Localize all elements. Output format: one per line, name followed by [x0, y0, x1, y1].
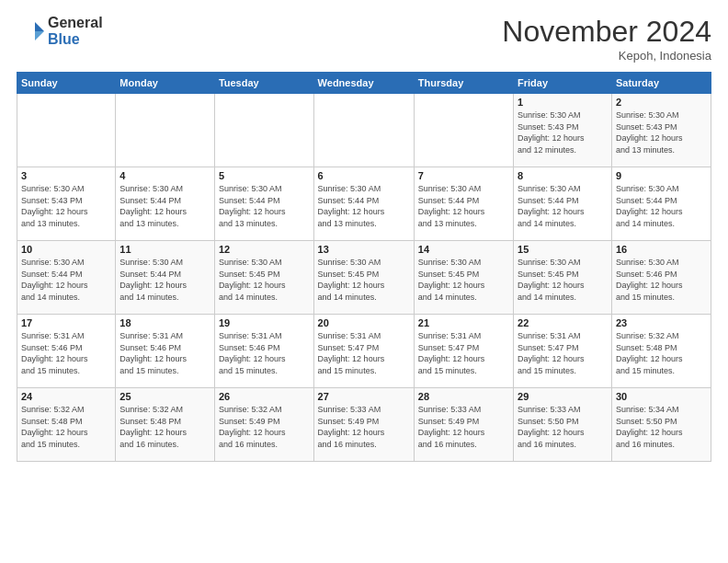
logo-general: General: [48, 15, 103, 31]
col-sunday: Sunday: [17, 73, 116, 94]
day-info-line: and 16 minutes.: [418, 439, 509, 451]
day-info-line: and 15 minutes.: [119, 365, 210, 377]
day-info-line: Sunrise: 5:33 AM: [518, 404, 608, 416]
cell-3-0: 17Sunrise: 5:31 AMSunset: 5:46 PMDayligh…: [17, 315, 116, 388]
day-number: 28: [418, 391, 509, 402]
day-info-line: and 16 minutes.: [219, 439, 310, 451]
day-info-line: Daylight: 12 hours: [21, 280, 111, 292]
day-info-line: Sunset: 5:44 PM: [616, 195, 707, 207]
day-info-line: Sunrise: 5:30 AM: [318, 257, 410, 269]
day-info-line: Sunset: 5:44 PM: [119, 195, 210, 207]
day-number: 7: [418, 170, 509, 181]
day-info-line: Daylight: 12 hours: [518, 206, 608, 218]
svg-marker-0: [35, 22, 44, 31]
day-info-line: Sunset: 5:45 PM: [219, 269, 310, 281]
day-number: 14: [418, 244, 509, 255]
calendar-header-row: Sunday Monday Tuesday Wednesday Thursday…: [17, 73, 711, 94]
day-info-line: and 14 minutes.: [21, 292, 111, 304]
day-info-line: Sunset: 5:43 PM: [616, 121, 707, 133]
cell-0-5: 1Sunrise: 5:30 AMSunset: 5:43 PMDaylight…: [514, 94, 612, 167]
cell-1-4: 7Sunrise: 5:30 AMSunset: 5:44 PMDaylight…: [414, 167, 513, 241]
day-info-line: Daylight: 12 hours: [21, 206, 111, 218]
day-info-line: and 14 minutes.: [616, 218, 707, 230]
col-saturday: Saturday: [611, 73, 711, 94]
day-info-line: Sunset: 5:49 PM: [418, 416, 509, 428]
day-info-line: Sunset: 5:50 PM: [616, 416, 707, 428]
day-info-line: Sunset: 5:46 PM: [21, 342, 111, 354]
day-info-line: Sunset: 5:46 PM: [219, 342, 310, 354]
logo: General Blue: [17, 15, 103, 47]
day-info-line: Daylight: 12 hours: [518, 353, 608, 365]
day-number: 18: [119, 317, 210, 328]
cell-4-2: 26Sunrise: 5:32 AMSunset: 5:49 PMDayligh…: [214, 388, 313, 462]
cell-1-0: 3Sunrise: 5:30 AMSunset: 5:43 PMDaylight…: [17, 167, 116, 241]
day-number: 16: [616, 244, 707, 255]
day-info-line: Daylight: 12 hours: [219, 427, 310, 439]
col-tuesday: Tuesday: [214, 73, 313, 94]
col-thursday: Thursday: [414, 73, 513, 94]
cell-0-4: [414, 94, 513, 167]
day-number: 6: [318, 170, 410, 181]
cell-4-4: 28Sunrise: 5:33 AMSunset: 5:49 PMDayligh…: [414, 388, 513, 462]
day-info-line: and 14 minutes.: [318, 292, 410, 304]
day-info-line: and 12 minutes.: [518, 144, 608, 156]
page: General Blue November 2024 Kepoh, Indone…: [0, 0, 728, 563]
day-info-line: Sunrise: 5:32 AM: [219, 404, 310, 416]
day-info-line: Sunset: 5:45 PM: [318, 269, 410, 281]
day-info-line: and 16 minutes.: [318, 439, 410, 451]
day-info-line: Sunrise: 5:30 AM: [219, 183, 310, 195]
day-info-line: Sunrise: 5:30 AM: [616, 109, 707, 121]
day-info-line: Daylight: 12 hours: [418, 427, 509, 439]
day-info-line: Sunrise: 5:30 AM: [616, 183, 707, 195]
day-info-line: Daylight: 12 hours: [616, 132, 707, 144]
cell-1-1: 4Sunrise: 5:30 AMSunset: 5:44 PMDaylight…: [116, 167, 215, 241]
cell-4-5: 29Sunrise: 5:33 AMSunset: 5:50 PMDayligh…: [514, 388, 612, 462]
day-info-line: Sunset: 5:49 PM: [219, 416, 310, 428]
day-number: 29: [518, 391, 608, 402]
day-number: 10: [21, 244, 111, 255]
day-number: 3: [21, 170, 111, 181]
day-number: 22: [518, 317, 608, 328]
day-number: 19: [219, 317, 310, 328]
day-number: 26: [219, 391, 310, 402]
day-info-line: and 16 minutes.: [518, 439, 608, 451]
day-info-line: Sunset: 5:48 PM: [616, 342, 707, 354]
day-info-line: and 13 minutes.: [318, 218, 410, 230]
cell-2-0: 10Sunrise: 5:30 AMSunset: 5:44 PMDayligh…: [17, 241, 116, 315]
day-info-line: Sunrise: 5:34 AM: [616, 404, 707, 416]
day-info-line: Sunrise: 5:31 AM: [518, 330, 608, 342]
week-row-2: 3Sunrise: 5:30 AMSunset: 5:43 PMDaylight…: [17, 167, 711, 241]
cell-2-2: 12Sunrise: 5:30 AMSunset: 5:45 PMDayligh…: [214, 241, 313, 315]
day-info-line: and 15 minutes.: [518, 365, 608, 377]
logo-text: General Blue: [48, 15, 103, 47]
day-info-line: and 15 minutes.: [616, 365, 707, 377]
week-row-4: 17Sunrise: 5:31 AMSunset: 5:46 PMDayligh…: [17, 315, 711, 388]
day-info-line: and 13 minutes.: [21, 218, 111, 230]
day-info-line: Sunset: 5:47 PM: [418, 342, 509, 354]
day-number: 12: [219, 244, 310, 255]
day-info-line: Sunrise: 5:30 AM: [21, 183, 111, 195]
day-info-line: Sunset: 5:48 PM: [119, 416, 210, 428]
day-info-line: Sunset: 5:44 PM: [21, 269, 111, 281]
day-info-line: Sunset: 5:45 PM: [518, 269, 608, 281]
cell-3-3: 20Sunrise: 5:31 AMSunset: 5:47 PMDayligh…: [313, 315, 414, 388]
day-info-line: and 14 minutes.: [518, 292, 608, 304]
day-info-line: Sunset: 5:47 PM: [518, 342, 608, 354]
cell-4-0: 24Sunrise: 5:32 AMSunset: 5:48 PMDayligh…: [17, 388, 116, 462]
day-info-line: Daylight: 12 hours: [219, 280, 310, 292]
cell-0-6: 2Sunrise: 5:30 AMSunset: 5:43 PMDaylight…: [611, 94, 711, 167]
day-info-line: Daylight: 12 hours: [318, 353, 410, 365]
day-number: 13: [318, 244, 410, 255]
day-number: 15: [518, 244, 608, 255]
cell-1-3: 6Sunrise: 5:30 AMSunset: 5:44 PMDaylight…: [313, 167, 414, 241]
day-info-line: Daylight: 12 hours: [518, 132, 608, 144]
day-info-line: Sunrise: 5:30 AM: [518, 257, 608, 269]
day-number: 17: [21, 317, 111, 328]
day-info-line: Sunrise: 5:31 AM: [418, 330, 509, 342]
day-info-line: Daylight: 12 hours: [318, 427, 410, 439]
day-info-line: Sunset: 5:45 PM: [418, 269, 509, 281]
day-number: 2: [616, 97, 707, 108]
cell-4-6: 30Sunrise: 5:34 AMSunset: 5:50 PMDayligh…: [611, 388, 711, 462]
cell-0-3: [313, 94, 414, 167]
day-number: 9: [616, 170, 707, 181]
